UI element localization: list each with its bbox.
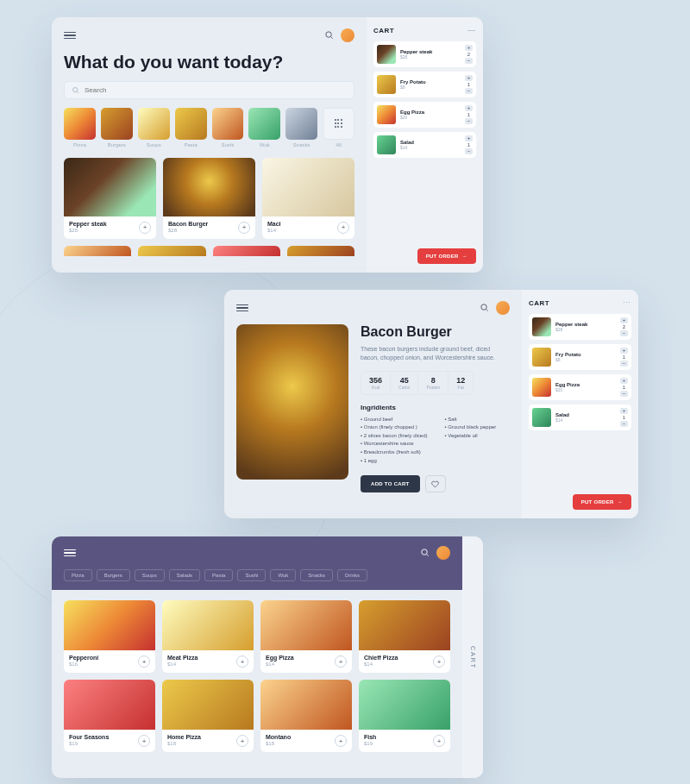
arrow-right-icon: → xyxy=(618,499,623,505)
add-button[interactable]: + xyxy=(433,655,445,668)
ingredients-list: Ground beef Onion (finely chopped ) 2 sl… xyxy=(361,416,510,466)
catalog-screen: Pizza Burgers Soups Salads Pasta Sushi W… xyxy=(52,536,483,778)
category-row: Pizza Burgers Soups Pasta Sushi Wok Snac… xyxy=(64,108,354,147)
qty-minus[interactable]: − xyxy=(620,361,628,367)
qty-plus[interactable]: + xyxy=(620,317,628,323)
product-card[interactable]: Bacon Burger$28+ xyxy=(163,158,255,239)
product-card[interactable]: Pepper steak$28+ xyxy=(64,158,156,239)
qty-plus[interactable]: + xyxy=(620,408,628,414)
add-button[interactable]: + xyxy=(236,655,248,668)
product-card[interactable]: Chieff Pizza$14+ xyxy=(359,600,450,673)
cart-item[interactable]: Egg Pizza$20+1− xyxy=(373,102,476,128)
qty-plus[interactable]: + xyxy=(465,135,473,141)
detail-screen: Bacon Burger These bacon burgers include… xyxy=(224,290,638,518)
qty-minus[interactable]: − xyxy=(465,88,473,94)
cart-item[interactable]: Egg Pizza$20+1− xyxy=(529,374,631,400)
product-card[interactable]: Four Seasons$19+ xyxy=(64,680,155,752)
product-card[interactable]: Meat Pizza$14+ xyxy=(162,600,254,673)
ingredients-heading: Ingridients xyxy=(361,404,510,411)
product-card[interactable]: Fish$19+ xyxy=(359,680,450,752)
add-button[interactable]: + xyxy=(337,222,349,234)
product-card[interactable]: Pepperoni$16+ xyxy=(64,600,155,673)
qty-plus[interactable]: + xyxy=(620,378,628,384)
svg-point-2 xyxy=(481,304,486,310)
cart-panel: CART⋯ Pepper steak$28+2− Fry Potato$8+1−… xyxy=(522,290,638,518)
category-snacks[interactable]: Snacks xyxy=(285,108,317,147)
favorite-button[interactable] xyxy=(425,475,446,492)
add-button[interactable]: + xyxy=(138,735,150,747)
category-all[interactable]: All xyxy=(323,108,354,147)
qty-minus[interactable]: − xyxy=(620,330,628,336)
put-order-button[interactable]: PUT ORDER→ xyxy=(417,248,476,264)
qty-plus[interactable]: + xyxy=(465,45,473,51)
add-to-cart-button[interactable]: ADD TO CART xyxy=(361,475,420,492)
product-card[interactable]: Maci$14+ xyxy=(262,158,354,239)
menu-icon[interactable] xyxy=(64,549,76,557)
pill-wok[interactable]: Wok xyxy=(270,569,296,581)
cart-more-icon[interactable]: — xyxy=(467,26,476,34)
menu-icon[interactable] xyxy=(236,304,248,312)
cart-label: CART xyxy=(470,646,476,669)
pill-salads[interactable]: Salads xyxy=(169,569,200,581)
avatar[interactable] xyxy=(436,546,450,560)
arrow-right-icon: → xyxy=(462,254,467,259)
cart-title: CART xyxy=(529,299,549,307)
add-button[interactable]: + xyxy=(138,655,150,668)
cart-item[interactable]: Fry Potato$8+1− xyxy=(529,344,631,370)
add-button[interactable]: + xyxy=(433,735,445,747)
pill-pizza[interactable]: Pizza xyxy=(64,569,92,581)
cart-item[interactable]: Fry Potato$8+1− xyxy=(373,72,476,97)
cart-more-icon[interactable]: ⋯ xyxy=(623,298,631,307)
avatar[interactable] xyxy=(496,301,510,315)
qty-minus[interactable]: − xyxy=(465,148,473,154)
product-card[interactable]: Montano$18+ xyxy=(260,680,352,752)
search-input[interactable] xyxy=(64,81,354,99)
cart-item[interactable]: Pepper steak$28+2− xyxy=(529,314,631,340)
product-card[interactable]: Home Pizza$18+ xyxy=(162,680,254,752)
qty-plus[interactable]: + xyxy=(620,348,628,354)
add-button[interactable]: + xyxy=(238,222,250,234)
cart-item[interactable]: Pepper steak$28+2− xyxy=(373,41,476,67)
pill-pasta[interactable]: Pasta xyxy=(204,569,233,581)
pill-soups[interactable]: Soups xyxy=(135,569,165,581)
category-pizza[interactable]: Pizza xyxy=(64,108,96,147)
cart-collapsed[interactable]: CART xyxy=(462,536,483,778)
product-description: These bacon burgers include ground beef,… xyxy=(361,345,510,362)
pill-snacks[interactable]: Snacks xyxy=(300,569,333,581)
cart-item[interactable]: Salad$14+1− xyxy=(529,405,631,430)
menu-icon[interactable] xyxy=(64,32,76,40)
product-card[interactable]: Egg Pizza$14+ xyxy=(260,600,352,673)
nutrition-row: 356Kcal 45Carbs 8Protein 12Fat xyxy=(361,371,474,395)
qty-minus[interactable]: − xyxy=(620,391,628,397)
add-button[interactable]: + xyxy=(236,735,248,747)
add-button[interactable]: + xyxy=(139,222,151,234)
qty-plus[interactable]: + xyxy=(465,105,473,111)
add-button[interactable]: + xyxy=(335,655,347,668)
product-title: Bacon Burger xyxy=(361,324,510,340)
home-screen: What do you want today? Pizza Burgers So… xyxy=(52,17,483,273)
cart-title: CART xyxy=(373,27,394,34)
category-sushi[interactable]: Sushi xyxy=(212,108,244,147)
search-icon[interactable] xyxy=(480,300,489,316)
svg-point-3 xyxy=(422,549,427,555)
category-pasta[interactable]: Pasta xyxy=(175,108,207,147)
pill-drinks[interactable]: Drinks xyxy=(337,569,367,581)
cart-item[interactable]: Salad$14+1− xyxy=(373,132,476,158)
svg-point-0 xyxy=(326,32,331,37)
category-wok[interactable]: Wok xyxy=(248,108,280,147)
qty-minus[interactable]: − xyxy=(465,118,473,124)
qty-plus[interactable]: + xyxy=(465,75,473,81)
add-button[interactable]: + xyxy=(335,735,347,747)
qty-minus[interactable]: − xyxy=(620,421,628,427)
pill-sushi[interactable]: Sushi xyxy=(237,569,266,581)
avatar[interactable] xyxy=(341,28,354,42)
category-pills: Pizza Burgers Soups Salads Pasta Sushi W… xyxy=(64,569,450,581)
qty-minus[interactable]: − xyxy=(465,58,473,64)
pill-burgers[interactable]: Burgers xyxy=(97,569,130,581)
put-order-button[interactable]: PUT ORDER→ xyxy=(573,494,631,510)
page-title: What do you want today? xyxy=(64,52,354,72)
search-icon[interactable] xyxy=(324,28,334,43)
category-soups[interactable]: Soups xyxy=(138,108,170,147)
category-burgers[interactable]: Burgers xyxy=(101,108,133,147)
search-icon[interactable] xyxy=(420,545,430,561)
